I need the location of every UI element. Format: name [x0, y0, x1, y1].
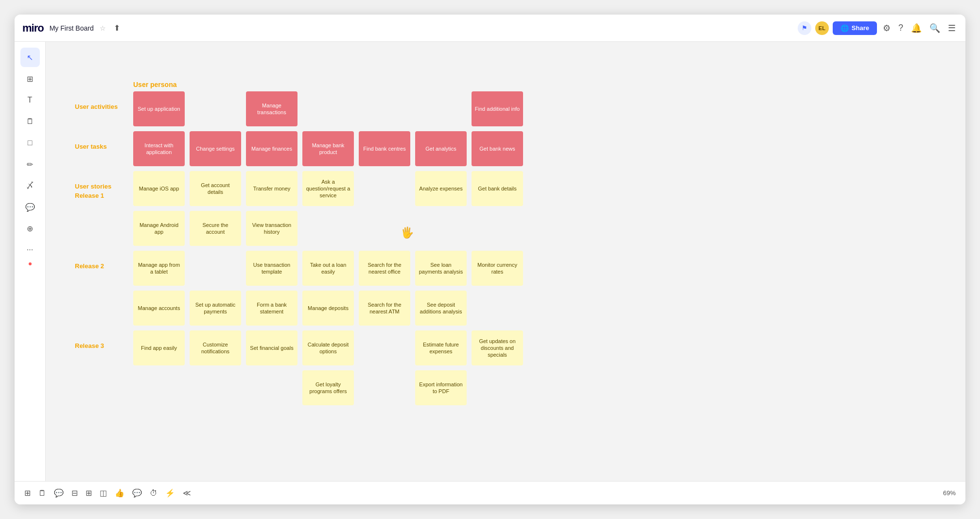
release2-row2: Manage accounts Set up automatic payment…: [75, 291, 523, 326]
zoom-level: 69%: [943, 489, 956, 497]
search-icon[interactable]: 🔍: [928, 21, 942, 35]
upload-icon[interactable]: ⬆: [114, 23, 120, 33]
sticky-find-app-easily[interactable]: Find app easily: [133, 330, 185, 365]
sticky-export-pdf[interactable]: Export information to PDF: [415, 370, 467, 405]
filter-icon[interactable]: ⚑: [798, 21, 811, 35]
share-button[interactable]: 🌐 Share: [833, 21, 877, 35]
user-activities-cards: Set up application Manage transactions F…: [133, 91, 523, 126]
user-tasks-row: User tasks Interact with application Cha…: [75, 131, 523, 166]
sticky-search-nearest-office[interactable]: Search for the nearest office: [359, 251, 410, 286]
avatar: EL: [815, 21, 829, 35]
sticky-manage-deposits[interactable]: Manage deposits: [302, 291, 354, 326]
user-persona-label: User persona: [133, 81, 523, 88]
bottom-toolbar: ⊞ 🗒 💬 ⊟ ⊞ ◫ 👍 💬 ⏱ ⚡ ≪ 69%: [15, 481, 965, 504]
chat-tool[interactable]: 💬: [132, 488, 142, 498]
collapse-tool[interactable]: ≪: [183, 488, 191, 498]
text-tool[interactable]: T: [20, 90, 40, 110]
left-toolbar: ↖ ⊞ T 🗒 □ ✏ 〆 💬 ⊕ ···: [15, 42, 46, 481]
release1-row1: User stories Release 1 Manage iOS app Ge…: [75, 171, 523, 206]
release1-cards-row1: Manage iOS app Get account details Trans…: [133, 171, 523, 206]
sticky-search-nearest-atm[interactable]: Search for the nearest ATM: [359, 291, 410, 326]
sticky-loyalty-programs[interactable]: Get loyalty programs offers: [302, 370, 354, 405]
marker-tool[interactable]: 〆: [20, 176, 40, 195]
timer-tool[interactable]: ⏱: [150, 489, 158, 498]
topbar: miro My First Board ☆ ⬆ ⚑ EL 🌐 Share ⚙ ?…: [15, 15, 965, 42]
sticky-get-bank-details[interactable]: Get bank details: [472, 171, 523, 206]
comment-tool[interactable]: 💬: [20, 197, 40, 217]
main-canvas[interactable]: User persona User activities Set up appl…: [46, 42, 965, 481]
help-icon[interactable]: ?: [896, 21, 905, 35]
settings-icon[interactable]: ⚙: [881, 21, 892, 35]
lightning-tool[interactable]: ⚡: [165, 488, 175, 498]
sticky-manage-bank-product[interactable]: Manage bank product: [302, 131, 354, 166]
star-icon[interactable]: ☆: [100, 24, 106, 32]
sticky-calculate-deposit[interactable]: Calculate deposit options: [302, 330, 354, 365]
frame-bottom-tool[interactable]: ⊞: [24, 488, 31, 498]
empty: [190, 91, 241, 126]
empty: [359, 330, 410, 365]
sticky-get-analytics[interactable]: Get analytics: [415, 131, 467, 166]
sticky-customize-notifications[interactable]: Customize notifications: [190, 330, 241, 365]
release2-row1: Release 2 Manage app from a tablet Use t…: [75, 251, 523, 286]
sticky-get-account-details[interactable]: Get account details: [190, 171, 241, 206]
sticky-manage-ios[interactable]: Manage iOS app: [133, 171, 185, 206]
sticky-manage-app-tablet[interactable]: Manage app from a tablet: [133, 251, 185, 286]
sticky-tool[interactable]: 🗒: [20, 112, 40, 131]
empty: [302, 211, 354, 246]
sticky-set-financial-goals[interactable]: Set financial goals: [246, 330, 298, 365]
sticky-transfer-money[interactable]: Transfer money: [246, 171, 298, 206]
release3-cards-row2: Get loyalty programs offers Export infor…: [133, 370, 523, 405]
empty: [246, 370, 298, 405]
sticky-see-deposit-analysis[interactable]: See deposit additions analysis: [415, 291, 467, 326]
sticky-view-transaction-history[interactable]: View transaction history: [246, 211, 298, 246]
board-title[interactable]: My First Board: [50, 24, 94, 32]
notifications-icon[interactable]: 🔔: [909, 21, 924, 35]
sticky-find-bank-centres[interactable]: Find bank centres: [359, 131, 410, 166]
template-tool[interactable]: ◫: [100, 488, 107, 498]
sticky-get-updates-discounts[interactable]: Get updates on discounts and specials: [472, 330, 523, 365]
pen-tool[interactable]: ✏: [20, 155, 40, 174]
sticky-get-bank-news[interactable]: Get bank news: [472, 131, 523, 166]
crop-tool[interactable]: ⊕: [20, 219, 40, 238]
sticky-manage-accounts[interactable]: Manage accounts: [133, 291, 185, 326]
sticky-form-bank-statement[interactable]: Form a bank statement: [246, 291, 298, 326]
sticky-take-out-loan[interactable]: Take out a loan easily: [302, 251, 354, 286]
sticky-ask-question[interactable]: Ask a question/request a service: [302, 171, 354, 206]
release3-cards-row1: Find app easily Customize notifications …: [133, 330, 523, 365]
sticky-manage-finances[interactable]: Manage finances: [246, 131, 298, 166]
sticky-manage-android[interactable]: Manage Android app: [133, 211, 185, 246]
sticky-manage-transactions[interactable]: Manage transactions: [246, 91, 298, 126]
canvas-area: ↖ ⊞ T 🗒 □ ✏ 〆 💬 ⊕ ··· User persona User …: [15, 42, 965, 481]
globe-icon: 🌐: [840, 24, 849, 32]
empty: [190, 370, 241, 405]
logo: miro: [22, 22, 44, 35]
sticky-monitor-currency[interactable]: Monitor currency rates: [472, 251, 523, 286]
frame-tool[interactable]: ⊞: [20, 69, 40, 88]
sticky-estimate-future-expenses[interactable]: Estimate future expenses: [415, 330, 467, 365]
app-window: miro My First Board ☆ ⬆ ⚑ EL 🌐 Share ⚙ ?…: [15, 15, 965, 504]
sticky-find-additional-info[interactable]: Find additional info: [472, 91, 523, 126]
more-tool[interactable]: ···: [20, 240, 40, 260]
sticky-change-settings[interactable]: Change settings: [190, 131, 241, 166]
sticky-see-loan-payments[interactable]: See loan payments analysis: [415, 251, 467, 286]
release2-cards-row1: Manage app from a tablet Use transaction…: [133, 251, 523, 286]
release1-label: User stories Release 1: [75, 171, 133, 200]
sticky-set-up-automatic[interactable]: Set up automatic payments: [190, 291, 241, 326]
empty: [472, 291, 523, 326]
cursor-tool[interactable]: ↖: [20, 48, 40, 67]
sticky-analyze-expenses[interactable]: Analyze expenses: [415, 171, 467, 206]
grid-tool[interactable]: ⊞: [86, 488, 92, 498]
sticky-set-up-application[interactable]: Set up application: [133, 91, 185, 126]
rectangle-tool[interactable]: □: [20, 133, 40, 153]
sticky-bottom-tool[interactable]: 🗒: [38, 489, 46, 498]
menu-icon[interactable]: ☰: [946, 21, 958, 35]
table-tool[interactable]: ⊟: [71, 488, 78, 498]
user-tasks-cards: Interact with application Change setting…: [133, 131, 523, 166]
notification-dot: [29, 262, 32, 265]
sticky-interact-with-app[interactable]: Interact with application: [133, 131, 185, 166]
sticky-secure-account[interactable]: Secure the account: [190, 211, 241, 246]
like-tool[interactable]: 👍: [115, 488, 124, 498]
sticky-use-transaction-template[interactable]: Use transaction template: [246, 251, 298, 286]
user-activities-label: User activities: [75, 91, 133, 111]
comment-bottom-tool[interactable]: 💬: [54, 488, 64, 498]
